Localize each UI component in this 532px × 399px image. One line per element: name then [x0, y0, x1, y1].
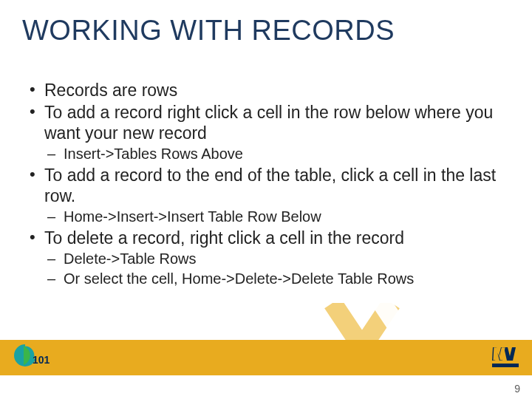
- bullet-level2: Home->Insert->Insert Table Row Below: [25, 208, 505, 226]
- svg-rect-2: [492, 364, 519, 367]
- bullet-level1: To delete a record, right click a cell i…: [25, 228, 505, 248]
- bullet-level2: Insert->Tables Rows Above: [25, 145, 505, 163]
- slide-title: WORKING WITH RECORDS: [22, 15, 395, 47]
- bullet-level1: Records are rows: [25, 80, 505, 100]
- footer-bar: [0, 340, 532, 375]
- slide-content: Records are rows To add a record right c…: [25, 80, 505, 290]
- bullet-level1: To add a record right click a cell in th…: [25, 102, 505, 143]
- page-number: 9: [514, 383, 520, 395]
- bullet-level2: Or select the cell, Home->Delete->Delete…: [25, 270, 505, 288]
- wvu-logo-icon: [492, 346, 519, 368]
- slide: WORKING WITH RECORDS Records are rows To…: [0, 0, 532, 399]
- bullet-level2: Delete->Table Rows: [25, 250, 505, 268]
- svg-text:101: 101: [33, 354, 50, 366]
- bullet-level1: To add a record to the end of the table,…: [25, 165, 505, 206]
- course-101-logo-icon: 101: [13, 341, 53, 369]
